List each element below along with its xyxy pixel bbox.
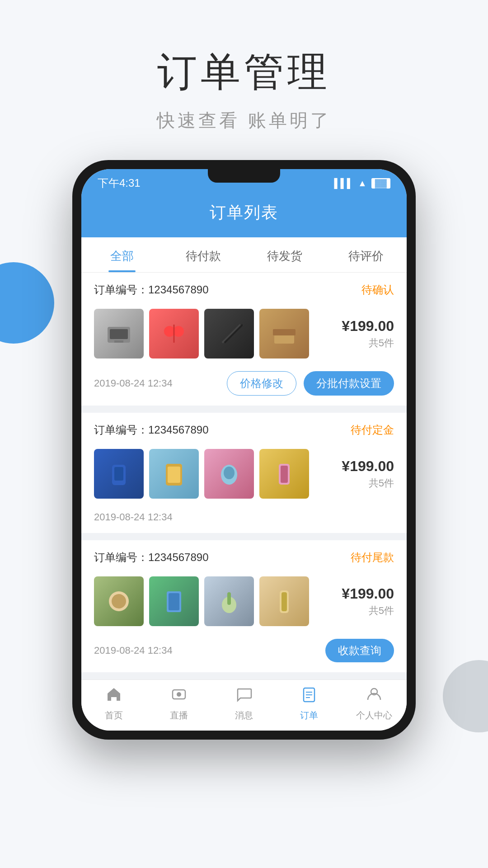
price-modify-button[interactable]: 价格修改: [227, 371, 296, 396]
nav-message-label: 消息: [235, 709, 253, 722]
wifi-icon: ▲: [358, 178, 367, 189]
payment-query-button[interactable]: 收款查询: [325, 639, 394, 662]
nav-order-label: 订单: [300, 709, 318, 722]
app-header-title: 订单列表: [81, 202, 407, 224]
phone-mockup: 下午4:31 ▌▌▌ ▲ ▓▓ 订单列表 全部 待付款 待发货 待评价: [72, 160, 416, 740]
order-3-items: ¥199.00 共5件: [81, 572, 407, 633]
order-card-2: 订单编号：1234567890 待付定金: [81, 413, 407, 533]
order-3-number: 订单编号：1234567890: [94, 550, 208, 565]
order-2-product-1: [94, 449, 144, 499]
order-1-date: 2019-08-24 12:34: [94, 377, 173, 389]
nav-home[interactable]: 首页: [81, 686, 146, 722]
batch-pay-button[interactable]: 分批付款设置: [304, 371, 394, 396]
order-3-actions: 收款查询: [325, 639, 394, 662]
order-1-price-section: ¥199.00 共5件: [342, 318, 394, 350]
order-1-product-1: [94, 309, 144, 359]
profile-icon: [366, 686, 382, 707]
order-2-items: ¥199.00 共5件: [81, 444, 407, 506]
order-1-product-3: [204, 309, 254, 359]
nav-profile-label: 个人中心: [356, 709, 392, 722]
tab-pending-pay[interactable]: 待付款: [163, 237, 244, 272]
live-icon: [171, 686, 187, 707]
svg-point-28: [177, 692, 181, 697]
status-time: 下午4:31: [98, 176, 141, 190]
order-3-count: 共5件: [342, 604, 394, 618]
order-1-number: 订单编号：1234567890: [94, 283, 208, 297]
order-1-actions: 价格修改 分批付款设置: [227, 371, 394, 396]
order-2-count: 共5件: [342, 476, 394, 490]
order-3-footer: 2019-08-24 12:34 收款查询: [81, 633, 407, 672]
status-icons: ▌▌▌ ▲ ▓▓: [334, 178, 390, 189]
order-card-1: 订单编号：1234567890 待确认: [81, 273, 407, 406]
svg-rect-18: [281, 466, 288, 483]
background-title: 订单管理: [0, 45, 488, 99]
svg-rect-24: [227, 592, 231, 605]
order-1-count: 共5件: [342, 336, 394, 350]
order-3-date: 2019-08-24 12:34: [94, 645, 173, 656]
phone-screen: 下午4:31 ▌▌▌ ▲ ▓▓ 订单列表 全部 待付款 待发货 待评价: [81, 169, 407, 731]
decorative-circle-left: [0, 262, 54, 344]
order-2-status: 待付定金: [351, 423, 394, 437]
nav-profile[interactable]: 个人中心: [342, 686, 407, 722]
order-2-number: 订单编号：1234567890: [94, 423, 208, 437]
order-3-product-3: [204, 576, 254, 626]
order-2-price: ¥199.00: [342, 458, 394, 475]
order-3-product-1: [94, 576, 144, 626]
order-1-status: 待确认: [361, 283, 394, 297]
order-2-price-section: ¥199.00 共5件: [342, 458, 394, 490]
nav-live[interactable]: 直播: [146, 686, 211, 722]
svg-point-16: [224, 467, 235, 479]
app-header: 订单列表: [81, 194, 407, 237]
nav-order[interactable]: 订单: [277, 686, 342, 722]
tab-bar: 全部 待付款 待发货 待评价: [81, 237, 407, 273]
tab-all[interactable]: 全部: [81, 237, 163, 272]
order-card-3: 订单编号：1234567890 待付尾款: [81, 540, 407, 672]
order-1-product-2: [149, 309, 199, 359]
order-icon: [301, 686, 317, 707]
nav-live-label: 直播: [170, 709, 188, 722]
svg-line-7: [222, 325, 240, 343]
svg-point-20: [112, 594, 126, 609]
nav-message[interactable]: 消息: [211, 686, 277, 722]
page-header: 订单管理 快速查看 账单明了: [0, 0, 488, 160]
svg-line-8: [225, 325, 243, 343]
order-3-header: 订单编号：1234567890 待付尾款: [81, 540, 407, 572]
order-2-date: 2019-08-24 12:34: [94, 511, 173, 523]
message-icon: [236, 686, 252, 707]
phone-notch: [208, 169, 280, 183]
svg-rect-14: [168, 467, 180, 483]
bottom-nav: 首页 直播 消息 订单: [81, 679, 407, 731]
nav-home-label: 首页: [105, 709, 123, 722]
order-1-items: ¥199.00 共5件: [81, 304, 407, 366]
svg-rect-22: [169, 593, 179, 610]
order-2-product-4: [259, 449, 309, 499]
order-2-product-3: [204, 449, 254, 499]
signal-icon: ▌▌▌: [334, 178, 353, 189]
background-subtitle: 快速查看 账单明了: [0, 108, 488, 133]
battery-icon: ▓▓: [371, 178, 390, 189]
order-3-product-2: [149, 576, 199, 626]
order-2-footer: 2019-08-24 12:34: [81, 506, 407, 533]
order-2-header: 订单编号：1234567890 待付定金: [81, 413, 407, 444]
svg-rect-26: [282, 592, 287, 611]
svg-rect-1: [110, 329, 128, 339]
svg-rect-10: [273, 329, 296, 335]
order-1-price: ¥199.00: [342, 318, 394, 335]
order-3-status: 待付尾款: [351, 550, 394, 565]
tab-pending-ship[interactable]: 待发货: [244, 237, 325, 272]
svg-rect-12: [114, 467, 123, 481]
order-3-product-4: [259, 576, 309, 626]
order-list: 订单编号：1234567890 待确认: [81, 273, 407, 672]
svg-line-6: [220, 325, 238, 343]
order-1-product-4: [259, 309, 309, 359]
home-icon: [106, 686, 122, 707]
order-3-price-section: ¥199.00 共5件: [342, 585, 394, 618]
order-1-header: 订单编号：1234567890 待确认: [81, 273, 407, 304]
order-2-product-2: [149, 449, 199, 499]
svg-point-4: [173, 326, 184, 337]
decorative-circle-right: [443, 660, 488, 732]
order-1-footer: 2019-08-24 12:34 价格修改 分批付款设置: [81, 366, 407, 406]
tab-pending-review[interactable]: 待评价: [325, 237, 407, 272]
order-3-price: ¥199.00: [342, 585, 394, 602]
svg-rect-2: [114, 340, 123, 343]
